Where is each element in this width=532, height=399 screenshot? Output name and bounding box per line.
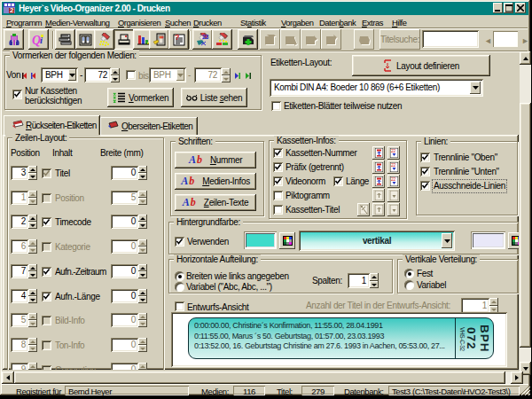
svg-text:22: 22 xyxy=(391,176,395,182)
svg-text:22: 22 xyxy=(391,162,395,168)
svg-text:22: 22 xyxy=(391,148,395,153)
